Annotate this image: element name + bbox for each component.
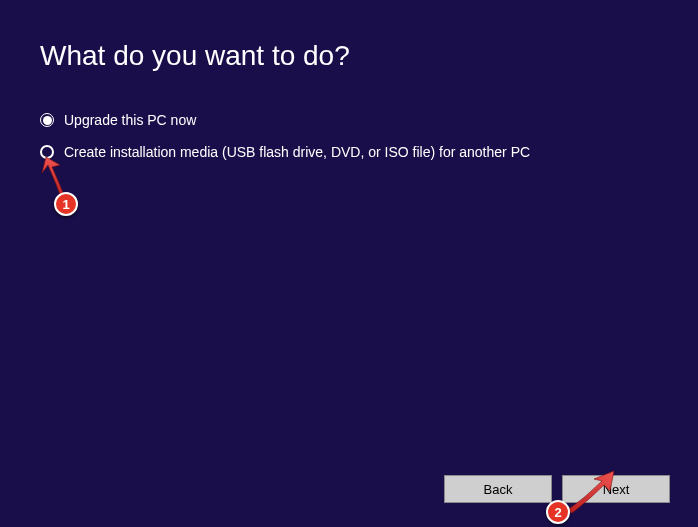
option-upgrade-now[interactable]: Upgrade this PC now xyxy=(40,112,658,128)
annotation-badge-number: 2 xyxy=(554,505,561,520)
radio-icon xyxy=(40,145,54,159)
annotation-badge: 1 xyxy=(54,192,78,216)
back-button[interactable]: Back xyxy=(444,475,552,503)
next-button[interactable]: Next xyxy=(562,475,670,503)
setup-panel: What do you want to do? Upgrade this PC … xyxy=(0,0,698,160)
option-label: Create installation media (USB flash dri… xyxy=(64,144,530,160)
annotation-badge: 2 xyxy=(546,500,570,524)
radio-icon xyxy=(40,113,54,127)
footer-buttons: Back Next xyxy=(444,475,670,503)
page-title: What do you want to do? xyxy=(40,40,658,72)
options-group: Upgrade this PC now Create installation … xyxy=(40,112,658,160)
option-label: Upgrade this PC now xyxy=(64,112,196,128)
annotation-badge-number: 1 xyxy=(62,197,69,212)
option-create-media[interactable]: Create installation media (USB flash dri… xyxy=(40,144,658,160)
